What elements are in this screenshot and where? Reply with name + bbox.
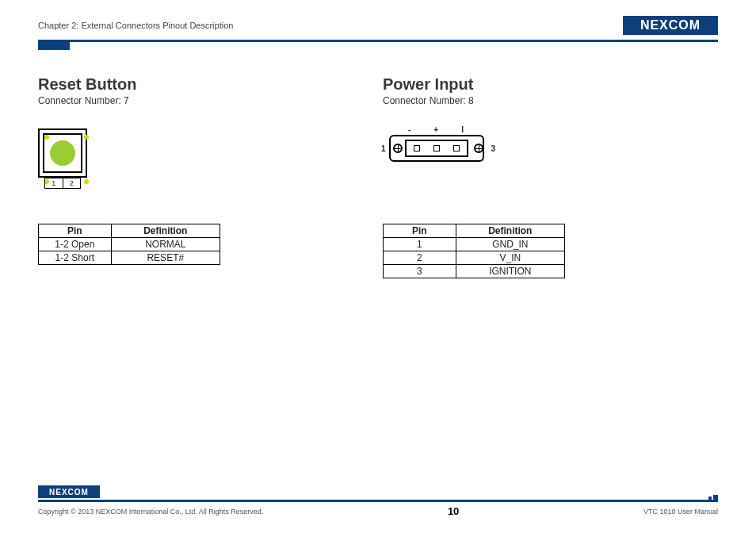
screw-icon <box>474 144 483 153</box>
pin-square-icon <box>414 145 420 151</box>
svg-text:NEXCOM: NEXCOM <box>640 18 701 32</box>
table-row: 1 GND_IN <box>384 238 565 251</box>
svg-text:NEXCOM: NEXCOM <box>49 488 89 497</box>
reset-button-circle-icon <box>50 140 75 166</box>
footer-rule <box>38 500 718 502</box>
pin-square-icon <box>453 145 460 151</box>
chapter-title: Chapter 2: External Connectors Pinout De… <box>38 21 233 30</box>
power-th-pin: Pin <box>384 224 456 238</box>
pin-square-icon <box>433 145 440 151</box>
power-side-label-3: 3 <box>491 144 495 153</box>
power-pin-table: Pin Definition 1 GND_IN 2 V_IN 3 IGNITIO… <box>383 224 565 278</box>
nexcom-logo-top: NEXCOM <box>623 16 718 35</box>
table-row: 3 IGNITION <box>384 265 565 278</box>
power-top-label-ign: I <box>461 125 464 134</box>
reset-th-def: Definition <box>111 224 220 238</box>
reset-pin2-label: 2 <box>63 178 82 189</box>
nexcom-logo-bottom: NEXCOM <box>38 485 718 498</box>
reset-section-title: Reset Button <box>38 75 354 94</box>
manual-name: VTC 1010 User Manual <box>643 508 718 516</box>
power-th-def: Definition <box>456 224 564 238</box>
power-side-label-1: 1 <box>381 144 386 153</box>
power-input-diagram: - + I 1 3 <box>383 128 494 176</box>
power-section-title: Power Input <box>383 75 718 94</box>
page-number: 10 <box>448 505 459 517</box>
power-top-label-plus: + <box>433 125 438 134</box>
power-top-label-minus: - <box>408 125 410 134</box>
power-connector-number: Connector Number: 8 <box>383 95 718 106</box>
header-rule <box>38 40 718 42</box>
reset-pin1-label: 1 <box>44 178 63 189</box>
reset-th-pin: Pin <box>39 224 112 238</box>
reset-connector-number: Connector Number: 7 <box>38 95 354 106</box>
table-row: 1-2 Short RESET# <box>39 251 220 265</box>
copyright-text: Copyright © 2013 NEXCOM International Co… <box>38 508 263 516</box>
table-row: 2 V_IN <box>384 251 565 265</box>
reset-pin-table: Pin Definition 1-2 Open NORMAL 1-2 Short… <box>38 224 220 265</box>
table-row: 1-2 Open NORMAL <box>39 238 220 251</box>
reset-button-diagram: 1 2 <box>38 128 95 190</box>
screw-icon <box>393 144 403 153</box>
